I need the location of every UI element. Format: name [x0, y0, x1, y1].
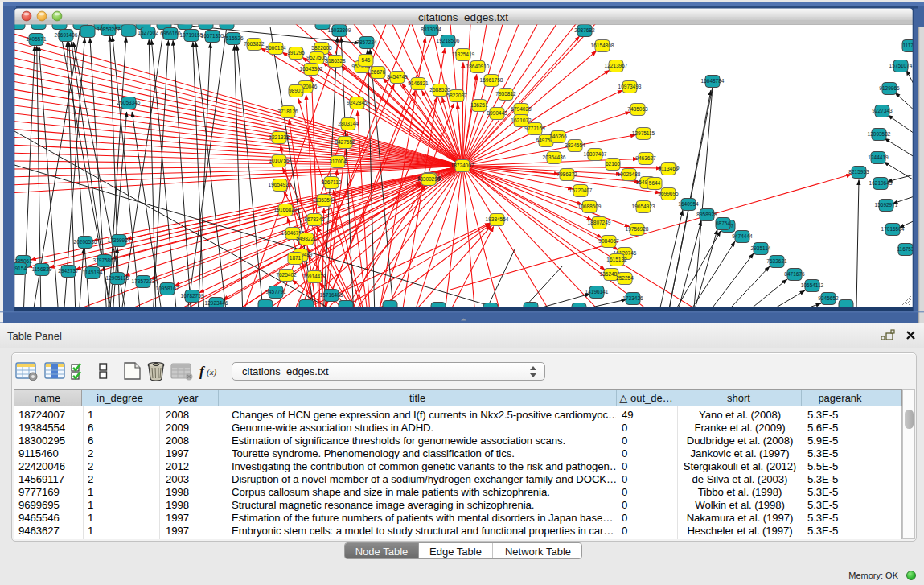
svg-text:12923446: 12923446 — [205, 300, 228, 306]
svg-text:2588520: 2588520 — [429, 87, 450, 93]
svg-text:18300295: 18300295 — [417, 176, 441, 182]
svg-text:746266: 746266 — [549, 134, 567, 139]
svg-text:15716485: 15716485 — [320, 292, 343, 298]
svg-text:2935114: 2935114 — [751, 245, 771, 251]
svg-text:9227343: 9227343 — [872, 108, 893, 113]
svg-text:8215953: 8215953 — [848, 169, 869, 175]
svg-text:11325419: 11325419 — [452, 51, 475, 57]
svg-text:1156829: 1156829 — [32, 266, 52, 272]
svg-text:9527505: 9527505 — [306, 55, 327, 60]
svg-text:9245652: 9245652 — [818, 295, 839, 301]
svg-text:8186328: 8186328 — [325, 58, 346, 64]
svg-text:12213967: 12213967 — [605, 63, 628, 68]
svg-text:9463627: 9463627 — [635, 155, 656, 161]
svg-text:19654923: 19654923 — [632, 204, 655, 209]
svg-text:10025488: 10025488 — [618, 171, 641, 177]
svg-text:8454749: 8454749 — [387, 74, 408, 80]
svg-text:8678342: 8678342 — [304, 216, 325, 222]
svg-text:10958107: 10958107 — [156, 286, 179, 291]
svg-text:20206536: 20206536 — [74, 239, 97, 245]
svg-text:5644: 5644 — [649, 180, 661, 186]
svg-text:5822037: 5822037 — [446, 93, 467, 98]
svg-text:12975115: 12975115 — [632, 130, 655, 136]
svg-text:2087682: 2087682 — [574, 27, 595, 33]
svg-text:1871: 1871 — [290, 255, 302, 261]
svg-text:7986372: 7986372 — [556, 171, 577, 177]
svg-text:10688609: 10688609 — [578, 204, 602, 209]
svg-text:10853267: 10853267 — [97, 27, 121, 32]
svg-text:17359924: 17359924 — [108, 237, 131, 243]
svg-text:8471676: 8471676 — [784, 271, 805, 277]
svg-text:19166829: 19166829 — [274, 207, 298, 212]
svg-text:546: 546 — [362, 57, 371, 63]
svg-text:9699695: 9699695 — [658, 191, 679, 196]
svg-text:8267110: 8267110 — [322, 179, 342, 185]
svg-text:6966160: 6966160 — [160, 31, 181, 36]
svg-text:20691406: 20691406 — [55, 32, 78, 38]
svg-text:16154808: 16154808 — [591, 43, 614, 48]
svg-text:1621072: 1621072 — [511, 117, 532, 123]
svg-text:17016504: 17016504 — [881, 226, 905, 232]
svg-text:8660124: 8660124 — [265, 45, 286, 51]
svg-text:7625402: 7625402 — [276, 272, 297, 278]
svg-text:19654923: 19654923 — [269, 182, 292, 187]
svg-text:15720407: 15720407 — [569, 187, 593, 193]
svg-text:1145194: 1145194 — [83, 270, 103, 275]
svg-text:391295: 391295 — [287, 50, 305, 56]
svg-text:16914479: 16914479 — [303, 274, 326, 279]
svg-text:252254: 252254 — [616, 275, 634, 281]
svg-text:9242845: 9242845 — [347, 100, 368, 105]
svg-text:1405571: 1405571 — [26, 36, 47, 42]
svg-text:14196141: 14196141 — [585, 289, 609, 295]
svg-text:16210643: 16210643 — [869, 180, 893, 186]
svg-text:(x): (x) — [207, 367, 217, 377]
svg-text:68754: 68754 — [716, 220, 730, 226]
svg-text:26053346: 26053346 — [117, 100, 141, 105]
svg-text:7663822: 7663822 — [244, 41, 265, 47]
svg-text:7515526: 7515526 — [223, 35, 244, 41]
svg-text:17357223: 17357223 — [132, 278, 155, 284]
svg-text:19756928: 19756928 — [626, 226, 649, 232]
svg-text:37975867: 37975867 — [93, 257, 117, 263]
svg-text:7632621: 7632621 — [766, 258, 787, 264]
svg-text:2718126: 2718126 — [277, 109, 298, 114]
svg-text:9084067: 9084067 — [598, 238, 619, 244]
svg-text:19384554: 19384554 — [486, 216, 509, 222]
svg-text:1221338: 1221338 — [269, 134, 290, 140]
svg-text:8990443: 8990443 — [487, 110, 507, 116]
svg-text:10654112: 10654112 — [801, 282, 824, 288]
svg-text:10719155: 10719155 — [180, 32, 203, 38]
svg-text:7955812: 7955812 — [495, 91, 516, 97]
svg-text:5822605: 5822605 — [311, 45, 332, 51]
svg-text:1527602: 1527602 — [138, 30, 158, 35]
svg-text:9146821: 9146821 — [408, 80, 429, 86]
svg-text:317004: 317004 — [329, 159, 347, 164]
svg-text:9474444: 9474444 — [732, 233, 753, 239]
svg-text:9777169: 9777169 — [524, 126, 545, 131]
svg-text:6794028: 6794028 — [511, 106, 532, 112]
svg-text:7857224: 7857224 — [356, 39, 377, 45]
svg-text:20364436: 20364436 — [543, 154, 566, 160]
svg-text:98901: 98901 — [289, 88, 303, 93]
svg-text:2803144: 2803144 — [338, 121, 359, 126]
svg-text:16543362: 16543362 — [300, 66, 323, 72]
svg-text:16671355: 16671355 — [201, 33, 224, 39]
svg-text:136261: 136261 — [470, 102, 488, 108]
svg-text:9113460: 9113460 — [659, 166, 679, 171]
svg-text:citations_edges.txt: citations_edges.txt — [418, 11, 508, 23]
svg-text:9129966: 9129966 — [879, 85, 900, 91]
svg-text:16782759: 16782759 — [181, 293, 204, 299]
svg-text:1615132: 1615132 — [606, 257, 627, 262]
svg-text:1010755: 1010755 — [269, 158, 290, 163]
svg-text:9457791: 9457791 — [265, 289, 286, 295]
svg-text:1733426: 1733426 — [622, 295, 643, 301]
svg-text:1244419: 1244419 — [868, 154, 889, 160]
svg-text:10807487: 10807487 — [584, 151, 607, 157]
svg-text:26676: 26676 — [371, 69, 385, 75]
svg-text:8427552: 8427552 — [335, 139, 355, 145]
svg-text:12905135: 12905135 — [106, 275, 129, 281]
svg-text:8813054: 8813054 — [421, 27, 441, 32]
svg-text:5498222: 5498222 — [296, 236, 317, 241]
svg-text:12093582: 12093582 — [868, 131, 891, 137]
svg-text:7485063: 7485063 — [627, 106, 648, 112]
